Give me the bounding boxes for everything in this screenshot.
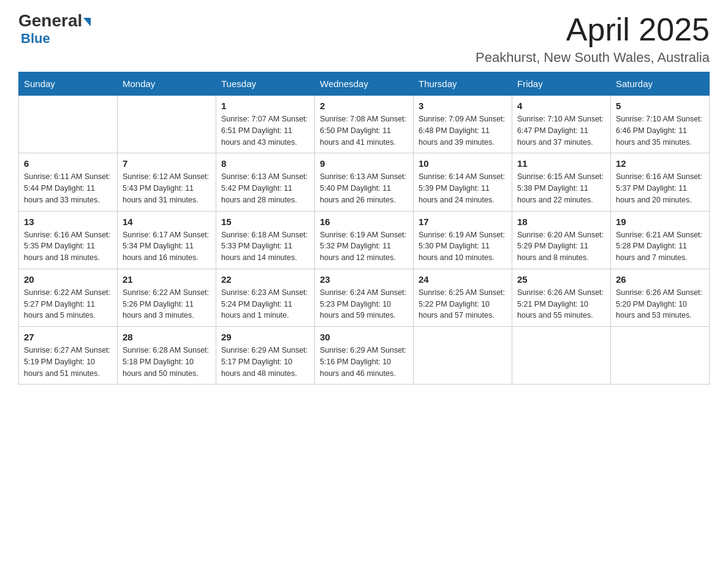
day-number: 19 xyxy=(616,216,704,227)
day-number: 3 xyxy=(419,101,507,111)
day-number: 12 xyxy=(616,158,704,169)
day-number: 30 xyxy=(320,332,408,342)
calendar-header-row: SundayMondayTuesdayWednesdayThursdayFrid… xyxy=(19,72,710,96)
calendar-day-cell: 2Sunrise: 7:08 AM Sunset: 6:50 PM Daylig… xyxy=(315,96,414,153)
day-info: Sunrise: 6:12 AM Sunset: 5:43 PM Dayligh… xyxy=(123,171,211,205)
calendar-day-cell: 16Sunrise: 6:19 AM Sunset: 5:32 PM Dayli… xyxy=(315,211,414,269)
day-info: Sunrise: 6:18 AM Sunset: 5:33 PM Dayligh… xyxy=(221,229,309,264)
calendar-day-cell: 7Sunrise: 6:12 AM Sunset: 5:43 PM Daylig… xyxy=(118,153,216,211)
calendar-day-cell: 19Sunrise: 6:21 AM Sunset: 5:28 PM Dayli… xyxy=(611,211,710,269)
calendar-day-cell: 26Sunrise: 6:26 AM Sunset: 5:20 PM Dayli… xyxy=(611,269,710,326)
day-info: Sunrise: 6:28 AM Sunset: 5:18 PM Dayligh… xyxy=(123,345,211,379)
day-info: Sunrise: 6:22 AM Sunset: 5:26 PM Dayligh… xyxy=(123,287,211,321)
location-title: Peakhurst, New South Wales, Australia xyxy=(476,50,710,66)
calendar-week-row: 6Sunrise: 6:11 AM Sunset: 5:44 PM Daylig… xyxy=(19,153,710,211)
day-number: 15 xyxy=(221,216,309,227)
calendar-day-cell xyxy=(611,327,710,385)
calendar-day-cell: 24Sunrise: 6:25 AM Sunset: 5:22 PM Dayli… xyxy=(414,269,512,326)
day-number: 23 xyxy=(320,274,408,285)
day-info: Sunrise: 6:22 AM Sunset: 5:27 PM Dayligh… xyxy=(24,287,112,321)
day-number: 13 xyxy=(24,216,112,227)
day-number: 7 xyxy=(123,158,211,169)
calendar-day-cell: 18Sunrise: 6:20 AM Sunset: 5:29 PM Dayli… xyxy=(512,211,611,269)
day-number: 16 xyxy=(320,216,408,227)
day-number: 20 xyxy=(24,274,112,285)
day-number: 14 xyxy=(123,216,211,227)
day-number: 8 xyxy=(221,158,309,169)
calendar-day-cell: 5Sunrise: 7:10 AM Sunset: 6:46 PM Daylig… xyxy=(611,96,710,153)
calendar-day-cell: 15Sunrise: 6:18 AM Sunset: 5:33 PM Dayli… xyxy=(216,211,315,269)
calendar-day-cell: 10Sunrise: 6:14 AM Sunset: 5:39 PM Dayli… xyxy=(414,153,512,211)
calendar-day-cell: 8Sunrise: 6:13 AM Sunset: 5:42 PM Daylig… xyxy=(216,153,315,211)
day-info: Sunrise: 6:13 AM Sunset: 5:40 PM Dayligh… xyxy=(320,171,408,205)
day-number: 11 xyxy=(517,158,605,169)
calendar-day-cell: 4Sunrise: 7:10 AM Sunset: 6:47 PM Daylig… xyxy=(512,96,611,153)
day-info: Sunrise: 6:21 AM Sunset: 5:28 PM Dayligh… xyxy=(616,229,704,264)
day-info: Sunrise: 6:24 AM Sunset: 5:23 PM Dayligh… xyxy=(320,287,408,321)
calendar-week-row: 1Sunrise: 7:07 AM Sunset: 6:51 PM Daylig… xyxy=(19,96,710,153)
calendar-day-cell xyxy=(118,96,216,153)
day-info: Sunrise: 6:17 AM Sunset: 5:34 PM Dayligh… xyxy=(123,229,211,264)
day-number: 6 xyxy=(24,158,112,169)
calendar-day-cell: 6Sunrise: 6:11 AM Sunset: 5:44 PM Daylig… xyxy=(19,153,118,211)
day-info: Sunrise: 6:26 AM Sunset: 5:20 PM Dayligh… xyxy=(616,287,704,321)
calendar-week-row: 13Sunrise: 6:16 AM Sunset: 5:35 PM Dayli… xyxy=(19,211,710,269)
day-number: 29 xyxy=(221,332,309,342)
day-number: 9 xyxy=(320,158,408,169)
day-info: Sunrise: 6:27 AM Sunset: 5:19 PM Dayligh… xyxy=(24,345,112,379)
day-info: Sunrise: 6:13 AM Sunset: 5:42 PM Dayligh… xyxy=(221,171,309,205)
day-info: Sunrise: 6:25 AM Sunset: 5:22 PM Dayligh… xyxy=(419,287,507,321)
day-number: 25 xyxy=(517,274,605,285)
day-info: Sunrise: 6:26 AM Sunset: 5:21 PM Dayligh… xyxy=(517,287,605,321)
calendar-day-cell xyxy=(19,96,118,153)
calendar-day-cell: 25Sunrise: 6:26 AM Sunset: 5:21 PM Dayli… xyxy=(512,269,611,326)
calendar-day-cell: 11Sunrise: 6:15 AM Sunset: 5:38 PM Dayli… xyxy=(512,153,611,211)
day-number: 27 xyxy=(24,332,112,342)
calendar-day-cell: 20Sunrise: 6:22 AM Sunset: 5:27 PM Dayli… xyxy=(19,269,118,326)
day-number: 17 xyxy=(419,216,507,227)
day-number: 22 xyxy=(221,274,309,285)
weekday-header-friday: Friday xyxy=(512,72,611,96)
calendar-day-cell: 12Sunrise: 6:16 AM Sunset: 5:37 PM Dayli… xyxy=(611,153,710,211)
day-info: Sunrise: 6:15 AM Sunset: 5:38 PM Dayligh… xyxy=(517,171,605,205)
calendar-day-cell: 29Sunrise: 6:29 AM Sunset: 5:17 PM Dayli… xyxy=(216,327,315,385)
day-info: Sunrise: 6:16 AM Sunset: 5:37 PM Dayligh… xyxy=(616,171,704,205)
day-number: 24 xyxy=(419,274,507,285)
weekday-header-saturday: Saturday xyxy=(611,72,710,96)
day-number: 21 xyxy=(123,274,211,285)
day-info: Sunrise: 6:20 AM Sunset: 5:29 PM Dayligh… xyxy=(517,229,605,264)
day-info: Sunrise: 6:29 AM Sunset: 5:16 PM Dayligh… xyxy=(320,345,408,379)
day-info: Sunrise: 6:16 AM Sunset: 5:35 PM Dayligh… xyxy=(24,229,112,264)
day-info: Sunrise: 7:09 AM Sunset: 6:48 PM Dayligh… xyxy=(419,113,507,148)
calendar-table: SundayMondayTuesdayWednesdayThursdayFrid… xyxy=(18,72,710,385)
calendar-week-row: 20Sunrise: 6:22 AM Sunset: 5:27 PM Dayli… xyxy=(19,269,710,326)
logo-arrow-icon xyxy=(83,18,91,26)
day-info: Sunrise: 6:19 AM Sunset: 5:32 PM Dayligh… xyxy=(320,229,408,264)
logo: General Blue xyxy=(18,12,91,47)
calendar-day-cell: 22Sunrise: 6:23 AM Sunset: 5:24 PM Dayli… xyxy=(216,269,315,326)
day-info: Sunrise: 7:10 AM Sunset: 6:46 PM Dayligh… xyxy=(616,113,704,148)
title-section: April 2025 Peakhurst, New South Wales, A… xyxy=(476,12,710,66)
day-info: Sunrise: 7:08 AM Sunset: 6:50 PM Dayligh… xyxy=(320,113,408,148)
day-info: Sunrise: 6:14 AM Sunset: 5:39 PM Dayligh… xyxy=(419,171,507,205)
calendar-day-cell: 21Sunrise: 6:22 AM Sunset: 5:26 PM Dayli… xyxy=(118,269,216,326)
calendar-day-cell: 28Sunrise: 6:28 AM Sunset: 5:18 PM Dayli… xyxy=(118,327,216,385)
day-number: 5 xyxy=(616,101,704,111)
logo-sub-text: Blue xyxy=(18,31,50,47)
day-info: Sunrise: 6:29 AM Sunset: 5:17 PM Dayligh… xyxy=(221,345,309,379)
calendar-day-cell: 13Sunrise: 6:16 AM Sunset: 5:35 PM Dayli… xyxy=(19,211,118,269)
day-info: Sunrise: 7:10 AM Sunset: 6:47 PM Dayligh… xyxy=(517,113,605,148)
day-number: 10 xyxy=(419,158,507,169)
month-title: April 2025 xyxy=(476,12,710,47)
day-info: Sunrise: 6:11 AM Sunset: 5:44 PM Dayligh… xyxy=(24,171,112,205)
calendar-day-cell: 1Sunrise: 7:07 AM Sunset: 6:51 PM Daylig… xyxy=(216,96,315,153)
calendar-day-cell: 23Sunrise: 6:24 AM Sunset: 5:23 PM Dayli… xyxy=(315,269,414,326)
day-number: 1 xyxy=(221,101,309,111)
logo-main-text: General xyxy=(18,12,91,29)
day-number: 2 xyxy=(320,101,408,111)
calendar-day-cell: 3Sunrise: 7:09 AM Sunset: 6:48 PM Daylig… xyxy=(414,96,512,153)
weekday-header-sunday: Sunday xyxy=(19,72,118,96)
day-info: Sunrise: 7:07 AM Sunset: 6:51 PM Dayligh… xyxy=(221,113,309,148)
page-header: General Blue April 2025 Peakhurst, New S… xyxy=(18,12,710,66)
weekday-header-thursday: Thursday xyxy=(414,72,512,96)
